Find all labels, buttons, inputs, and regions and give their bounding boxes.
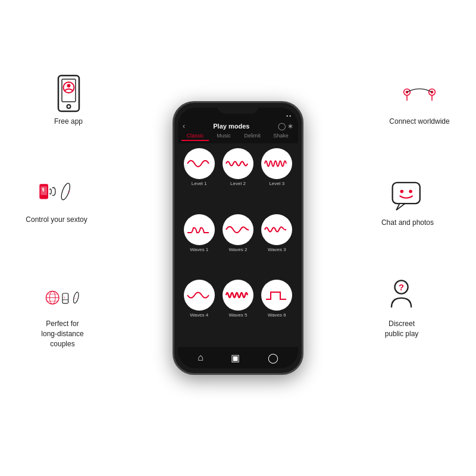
svg-point-8 bbox=[60, 182, 71, 201]
nav-chat-icon[interactable]: ▣ bbox=[231, 352, 240, 364]
status-icons: • • bbox=[286, 113, 291, 118]
discreet-icon: ? bbox=[384, 280, 419, 315]
modes-grid: Level 1 Level 2 bbox=[178, 143, 298, 347]
svg-point-18 bbox=[73, 291, 80, 303]
svg-text:⚕: ⚕ bbox=[64, 296, 65, 299]
app-header: ‹ Play modes ◯ ∗ bbox=[178, 121, 298, 133]
mode-waves3-label: Waves 3 bbox=[268, 247, 286, 252]
svg-point-2 bbox=[67, 105, 70, 108]
nav-profile-icon[interactable]: ◯ bbox=[268, 352, 278, 364]
tab-shake[interactable]: Shake bbox=[267, 133, 295, 141]
header-icons: ◯ ∗ bbox=[278, 122, 293, 130]
feature-free-app: Free app bbox=[30, 77, 107, 127]
connect-icon bbox=[402, 77, 437, 113]
svg-text:⚕: ⚕ bbox=[74, 296, 76, 299]
mode-waves5-label: Waves 5 bbox=[229, 312, 248, 318]
feature-chat: Chat and photos bbox=[369, 178, 446, 228]
feature-control: ⚕ ⚕ Control your sextoy bbox=[18, 176, 95, 225]
mode-waves2-label: Waves 2 bbox=[229, 247, 248, 252]
phone-body: • • ‹ Play modes ◯ ∗ Classic Music Delim… bbox=[173, 101, 303, 375]
svg-point-29 bbox=[409, 189, 412, 193]
tab-delimit[interactable]: Delimit bbox=[239, 133, 266, 141]
discreet-label: Discreetpublic play bbox=[385, 319, 419, 339]
mode-waves1-label: Waves 1 bbox=[190, 247, 208, 252]
feature-discreet: ? Discreetpublic play bbox=[363, 280, 440, 339]
svg-marker-27 bbox=[396, 203, 405, 210]
mode-waves6-label: Waves 6 bbox=[268, 312, 286, 318]
mode-level2[interactable]: Level 2 bbox=[220, 148, 255, 211]
connect-label: Connect worldwide bbox=[389, 117, 449, 127]
control-icon: ⚕ ⚕ bbox=[39, 176, 74, 211]
mode-waves2[interactable]: Waves 2 bbox=[220, 214, 255, 277]
mode-level1-label: Level 1 bbox=[192, 181, 207, 186]
feature-connect-worldwide: Connect worldwide bbox=[381, 77, 458, 127]
control-label: Control your sextoy bbox=[26, 215, 87, 225]
phone-screen: • • ‹ Play modes ◯ ∗ Classic Music Delim… bbox=[178, 108, 298, 368]
long-distance-icon: ⚕ ⚕ bbox=[45, 280, 80, 315]
feature-long-distance: ⚕ ⚕ Perfect forlong-distancecouples bbox=[24, 280, 101, 349]
mode-level2-label: Level 2 bbox=[230, 181, 246, 186]
tab-music[interactable]: Music bbox=[210, 133, 237, 141]
phone-notch bbox=[217, 103, 259, 114]
svg-text:?: ? bbox=[399, 283, 404, 292]
free-app-icon bbox=[51, 77, 86, 113]
mode-waves6[interactable]: Waves 6 bbox=[259, 280, 295, 342]
svg-point-28 bbox=[400, 189, 404, 193]
svg-text:⚕: ⚕ bbox=[68, 190, 70, 194]
svg-point-4 bbox=[67, 84, 70, 87]
mode-waves1[interactable]: Waves 1 bbox=[181, 214, 217, 277]
mode-level1[interactable]: Level 1 bbox=[181, 148, 217, 211]
mode-waves4[interactable]: Waves 4 bbox=[181, 280, 217, 342]
mode-waves4-label: Waves 4 bbox=[190, 312, 208, 318]
nav-home-icon[interactable]: ⌂ bbox=[198, 352, 203, 363]
chat-icon bbox=[390, 178, 425, 214]
svg-rect-26 bbox=[393, 182, 420, 203]
phone: • • ‹ Play modes ◯ ∗ Classic Music Delim… bbox=[173, 101, 303, 375]
app-title: Play modes bbox=[185, 123, 278, 130]
app-tabs: Classic Music Delimit Shake bbox=[178, 133, 298, 143]
bottom-nav: ⌂ ▣ ◯ bbox=[178, 347, 298, 368]
mode-level3-label: Level 3 bbox=[269, 181, 284, 186]
tab-classic[interactable]: Classic bbox=[181, 133, 209, 141]
free-app-label: Free app bbox=[54, 117, 83, 127]
chat-label: Chat and photos bbox=[381, 218, 434, 228]
mode-level3[interactable]: Level 3 bbox=[259, 148, 295, 211]
long-distance-label: Perfect forlong-distancecouples bbox=[41, 319, 83, 349]
svg-text:⚕: ⚕ bbox=[42, 187, 45, 193]
mode-waves5[interactable]: Waves 5 bbox=[220, 280, 255, 342]
mode-waves3[interactable]: Waves 3 bbox=[259, 214, 295, 277]
